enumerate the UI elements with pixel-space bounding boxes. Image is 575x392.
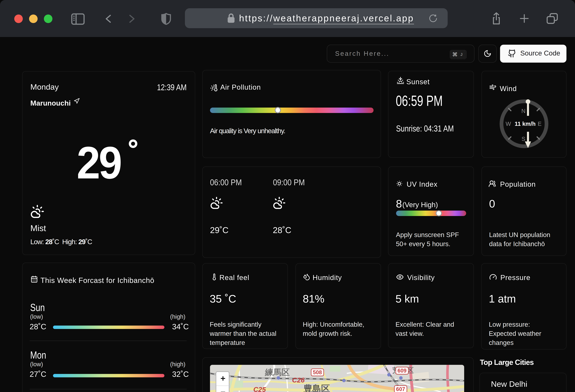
svg-text:C25: C25 — [253, 386, 266, 392]
svg-text:豊島区: 豊島区 — [303, 383, 330, 392]
svg-text:S: S — [522, 136, 526, 142]
svg-text:609: 609 — [398, 368, 407, 373]
svg-text:E: E — [538, 121, 542, 127]
svg-text:11 km/h: 11 km/h — [515, 121, 536, 127]
svg-text:607: 607 — [396, 386, 405, 392]
svg-text:508: 508 — [313, 369, 322, 375]
svg-text:N: N — [521, 108, 526, 114]
svg-text:W: W — [506, 121, 511, 127]
svg-text:練馬区: 練馬区 — [265, 367, 290, 377]
svg-text:C26: C26 — [292, 376, 305, 384]
